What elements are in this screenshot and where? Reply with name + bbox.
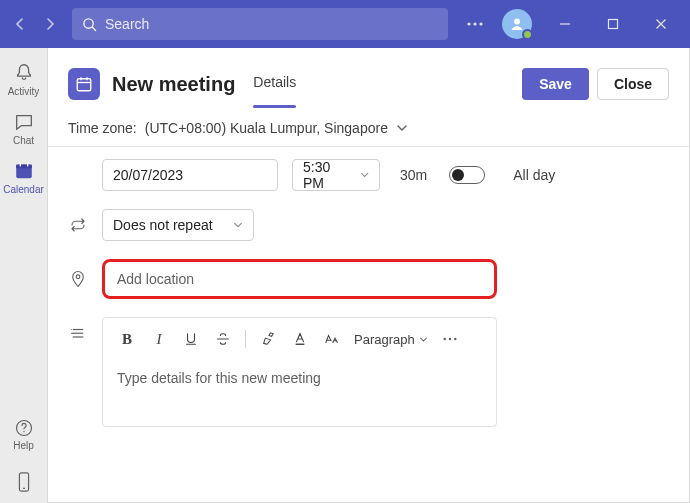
close-button[interactable]: Close (597, 68, 669, 100)
content-header: New meeting Details Save Close (48, 48, 689, 100)
allday-toggle[interactable] (449, 166, 485, 184)
tab-underline (253, 105, 296, 108)
rail-help-label: Help (13, 440, 34, 451)
chevron-down-icon (396, 122, 408, 134)
location-row: Add location (68, 259, 669, 299)
rail-mobile[interactable] (0, 465, 48, 495)
rte-bold-button[interactable]: B (113, 326, 141, 352)
svg-line-1 (92, 27, 95, 30)
location-icon (68, 270, 88, 288)
svg-point-4 (479, 22, 482, 25)
time-input[interactable]: 5:30 PM (292, 159, 380, 191)
svg-point-29 (448, 338, 450, 340)
content-pane: New meeting Details Save Close Time zone… (48, 48, 690, 503)
svg-point-26 (71, 329, 72, 330)
svg-rect-7 (609, 20, 618, 29)
chevron-down-icon (419, 335, 428, 344)
search-placeholder: Search (105, 16, 149, 32)
nav-forward-button[interactable] (38, 12, 62, 36)
time-value: 5:30 PM (303, 159, 352, 191)
description-placeholder: Type details for this new meeting (117, 370, 321, 386)
rail-chat[interactable]: Chat (0, 105, 48, 154)
chat-icon (13, 111, 35, 133)
calendar-icon (13, 160, 35, 182)
location-input[interactable]: Add location (102, 259, 497, 299)
tab-details[interactable]: Details (253, 74, 296, 94)
location-placeholder: Add location (117, 271, 194, 287)
duration-label: 30m (400, 167, 427, 183)
allday-label: All day (513, 167, 555, 183)
bell-icon (13, 62, 35, 84)
window-close-button[interactable] (640, 0, 682, 48)
rte-fontsize-button[interactable] (318, 326, 346, 352)
window-maximize-button[interactable] (592, 0, 634, 48)
description-row: B I (68, 317, 669, 427)
rte-italic-button[interactable]: I (145, 326, 173, 352)
svg-point-28 (443, 338, 445, 340)
close-icon (655, 18, 667, 30)
rte-paragraph-select[interactable]: Paragraph (350, 332, 432, 347)
help-icon (14, 418, 34, 438)
font-color-icon (293, 332, 307, 346)
rte-more-button[interactable] (436, 326, 464, 352)
svg-rect-18 (77, 79, 91, 91)
rail-chat-label: Chat (13, 135, 34, 146)
rte-toolbar: B I (103, 318, 496, 360)
person-icon (509, 16, 525, 32)
svg-point-15 (23, 431, 25, 433)
rail-activity-label: Activity (8, 86, 40, 97)
meeting-app-icon (68, 68, 100, 100)
rail-activity[interactable]: Activity (0, 56, 48, 105)
repeat-row: Does not repeat (68, 209, 669, 241)
underline-icon (184, 332, 198, 346)
repeat-select[interactable]: Does not repeat (102, 209, 254, 241)
datetime-row: 20/07/2023 5:30 PM 30m All day (68, 159, 669, 191)
rail-calendar[interactable]: Calendar (0, 154, 48, 203)
chevron-down-icon (233, 220, 243, 230)
rte-underline-button[interactable] (177, 326, 205, 352)
timezone-selector[interactable]: Time zone: (UTC+08:00) Kuala Lumpur, Sin… (48, 100, 689, 147)
description-textarea[interactable]: Type details for this new meeting (103, 360, 496, 426)
ellipsis-icon (443, 337, 457, 341)
svg-point-2 (467, 22, 470, 25)
recurrence-icon (68, 216, 88, 234)
svg-rect-11 (16, 165, 32, 169)
phone-icon (15, 471, 33, 493)
ellipsis-icon (467, 22, 483, 26)
search-input[interactable]: Search (72, 8, 448, 40)
chevron-down-icon (360, 170, 369, 180)
timezone-prefix: Time zone: (68, 120, 137, 136)
save-button[interactable]: Save (522, 68, 589, 100)
date-value: 20/07/2023 (113, 167, 183, 183)
titlebar: Search (0, 0, 690, 48)
rte-paragraph-label: Paragraph (354, 332, 415, 347)
calendar-glyph-icon (75, 75, 93, 93)
avatar[interactable] (502, 9, 532, 39)
strikethrough-icon (216, 332, 230, 346)
repeat-value: Does not repeat (113, 217, 213, 233)
rte-separator (245, 330, 246, 348)
search-icon (82, 17, 97, 32)
toggle-knob (452, 169, 464, 181)
svg-point-3 (473, 22, 476, 25)
svg-point-30 (454, 338, 456, 340)
app-rail: Activity Chat Calendar Help (0, 48, 48, 503)
svg-point-5 (514, 19, 520, 25)
more-options-button[interactable] (460, 0, 490, 48)
rte-strike-button[interactable] (209, 326, 237, 352)
window-minimize-button[interactable] (544, 0, 586, 48)
nav-back-button[interactable] (8, 12, 32, 36)
page-title: New meeting (112, 73, 235, 96)
rte-highlight-button[interactable] (254, 326, 282, 352)
presence-available-icon (522, 29, 533, 40)
maximize-icon (607, 18, 619, 30)
description-editor: B I (102, 317, 497, 427)
tab-details-label: Details (253, 74, 296, 90)
minimize-icon (559, 18, 571, 30)
timezone-value: (UTC+08:00) Kuala Lumpur, Singapore (145, 120, 388, 136)
svg-point-22 (76, 275, 80, 279)
rail-help[interactable]: Help (0, 412, 48, 459)
rte-fontcolor-button[interactable] (286, 326, 314, 352)
date-input[interactable]: 20/07/2023 (102, 159, 278, 191)
font-size-icon (324, 332, 340, 346)
